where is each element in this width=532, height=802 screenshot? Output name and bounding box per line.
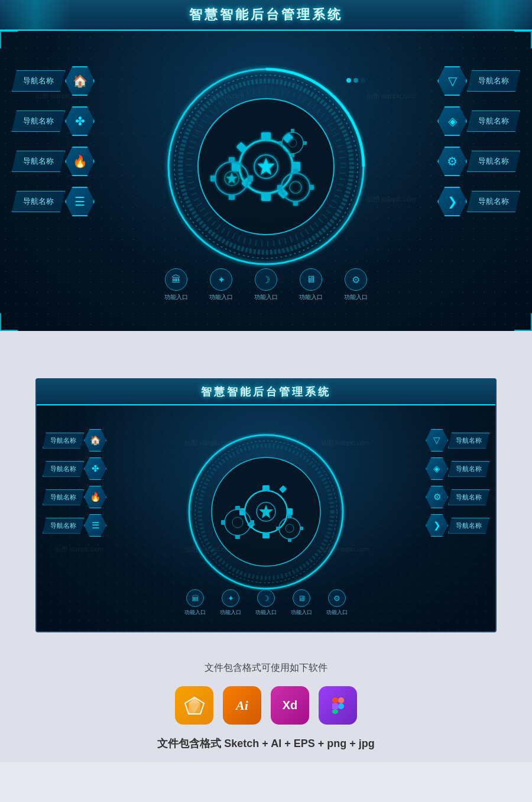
svg-rect-28	[277, 185, 282, 190]
svg-rect-8	[261, 193, 271, 201]
figma-logo-svg	[329, 696, 348, 715]
func-icon-5: ⚙	[345, 268, 367, 291]
preview-nav-left-item-4[interactable]: 导航名称 ☰	[43, 514, 106, 537]
svg-rect-21	[210, 176, 216, 181]
preview-nav-right-icon-3: ⚙	[426, 486, 448, 508]
svg-rect-18	[229, 157, 235, 163]
preview-nav-right-label-4: 导航名称	[448, 518, 489, 534]
nav-left-label-1: 导航名称	[12, 70, 65, 92]
preview-nav-right-item-1[interactable]: 导航名称 ▽	[426, 429, 489, 452]
nav-left-item-2[interactable]: 导航名称 ✤	[12, 106, 95, 136]
svg-rect-66	[338, 697, 344, 703]
func-icon-4: 🖥	[300, 268, 322, 291]
preview-nav-left-icon-3: 🔥	[84, 486, 106, 508]
nav-left-label-2: 导航名称	[12, 111, 65, 132]
nav-right-item-4[interactable]: 导航名称 ❯	[437, 187, 520, 216]
nav-right-icon-1: ▽	[437, 66, 467, 96]
func-label-1: 功能入口	[164, 293, 188, 301]
preview-func-icon-5: ⚙	[328, 589, 346, 607]
nav-left: 导航名称 🏠 导航名称 ✤ 导航名称 🔥 导航名称 ☰	[12, 31, 95, 216]
preview-nav-left-label-3: 导航名称	[43, 489, 84, 505]
svg-rect-58	[300, 527, 303, 530]
svg-rect-65	[332, 697, 338, 703]
preview-func-label-4: 功能入口	[291, 609, 312, 616]
svg-rect-69	[332, 709, 338, 714]
preview-nav-right: 导航名称 ▽ 导航名称 ◈ 导航名称 ⚙ 导航名称 ❯	[426, 405, 489, 537]
preview-nav-right-icon-4: ❯	[426, 514, 448, 537]
nav-left-item-3[interactable]: 导航名称 🔥	[12, 147, 95, 176]
preview-nav-right-label-3: 导航名称	[448, 489, 489, 505]
svg-rect-67	[332, 703, 338, 709]
preview-gear-area	[177, 405, 355, 618]
preview-nav-right-item-4[interactable]: 导航名称 ❯	[426, 514, 489, 537]
func-label-3: 功能入口	[254, 293, 278, 301]
nav-left-label-4: 导航名称	[12, 191, 65, 212]
preview-nav-right-icon-1: ▽	[426, 429, 448, 452]
preview-func-item-3[interactable]: ☽ 功能入口	[255, 589, 277, 616]
svg-rect-11	[283, 132, 293, 143]
preview-bottom-func-icons: 🏛 功能入口 ✦ 功能入口 ☽ 功能入口 🖥 功能入口 ⚙ 功能入口	[184, 589, 348, 616]
func-label-4: 功能入口	[299, 293, 323, 301]
svg-rect-52	[250, 520, 254, 525]
nav-left-icon-1: 🏠	[65, 66, 95, 96]
preview-func-item-2[interactable]: ✦ 功能入口	[220, 589, 241, 616]
func-item-2[interactable]: ✦ 功能入口	[209, 268, 233, 301]
func-item-5[interactable]: ⚙ 功能入口	[344, 268, 368, 301]
preview-nav-left-item-3[interactable]: 导航名称 🔥	[43, 486, 106, 508]
preview-nav-left-label-2: 导航名称	[43, 461, 84, 477]
corner-decoration-br	[514, 313, 532, 331]
nav-left-item-4[interactable]: 导航名称 ☰	[12, 187, 95, 216]
func-label-2: 功能入口	[209, 293, 233, 301]
preview-nav-left-label-1: 导航名称	[43, 433, 84, 449]
svg-rect-51	[235, 535, 240, 539]
ai-icon: Ai	[223, 686, 261, 725]
nav-right-icon-3: ⚙	[437, 147, 467, 176]
svg-rect-41	[262, 485, 270, 491]
top-banner: 智慧智能后台管理系统 仙图 xianpic.com 仙图 xianpic.com…	[0, 0, 532, 331]
svg-rect-27	[309, 185, 314, 190]
svg-rect-19	[229, 194, 235, 200]
preview-nav-left-label-4: 导航名称	[43, 518, 84, 534]
sketch-icon	[175, 686, 213, 725]
preview-func-item-5[interactable]: ⚙ 功能入口	[326, 589, 348, 616]
gear-circle	[154, 31, 378, 303]
software-section-title: 文件包含格式可使用如下软件	[205, 662, 327, 674]
software-section: 文件包含格式可使用如下软件 Ai Xd 文件包含	[0, 644, 532, 762]
func-label-5: 功能入口	[344, 293, 368, 301]
preview-nav-left-icon-1: 🏠	[84, 429, 106, 452]
preview-nav-left-item-2[interactable]: 导航名称 ✤	[43, 457, 106, 480]
func-item-4[interactable]: 🖥 功能入口	[299, 268, 323, 301]
software-icons-row: Ai Xd	[175, 686, 357, 725]
func-item-3[interactable]: ☽ 功能入口	[254, 268, 278, 301]
xd-icon: Xd	[271, 686, 309, 725]
preview-nav-left-item-1[interactable]: 导航名称 🏠	[43, 429, 106, 452]
nav-right-label-3: 导航名称	[467, 151, 520, 172]
func-icon-3: ☽	[255, 268, 277, 291]
preview-func-icon-4: 🖥	[293, 589, 310, 607]
bottom-func-icons: 🏛 功能入口 ✦ 功能入口 ☽ 功能入口 🖥 功能入口 ⚙ 功能入口	[164, 268, 368, 301]
sketch-logo-svg	[184, 695, 205, 716]
svg-rect-59	[276, 527, 280, 530]
svg-point-24	[290, 181, 301, 193]
preview-nav-right-item-2[interactable]: 导航名称 ◈	[426, 457, 489, 480]
nav-right-item-1[interactable]: 导航名称 ▽	[437, 66, 520, 96]
svg-marker-22	[226, 173, 238, 184]
svg-point-49	[232, 517, 243, 528]
preview-nav-right-item-3[interactable]: 导航名称 ⚙	[426, 486, 489, 508]
preview-func-label-5: 功能入口	[326, 609, 348, 616]
svg-point-55	[286, 524, 294, 532]
svg-rect-7	[261, 132, 271, 141]
preview-func-item-1[interactable]: 🏛 功能入口	[184, 589, 206, 616]
preview-title: 智慧智能后台管理系统	[201, 385, 331, 399]
nav-right-item-2[interactable]: 导航名称 ◈	[437, 106, 520, 136]
func-item-1[interactable]: 🏛 功能入口	[164, 268, 188, 301]
svg-point-23	[281, 173, 310, 202]
nav-right-item-3[interactable]: 导航名称 ⚙	[437, 147, 520, 176]
func-icon-1: 🏛	[165, 268, 187, 291]
preview-func-label-3: 功能入口	[255, 609, 277, 616]
preview-nav-left-icon-4: ☰	[84, 514, 106, 537]
nav-left-item-1[interactable]: 导航名称 🏠	[12, 66, 95, 96]
preview-func-item-4[interactable]: 🖥 功能入口	[291, 589, 312, 616]
svg-point-30	[288, 139, 297, 147]
nav-right-label-4: 导航名称	[467, 191, 520, 212]
